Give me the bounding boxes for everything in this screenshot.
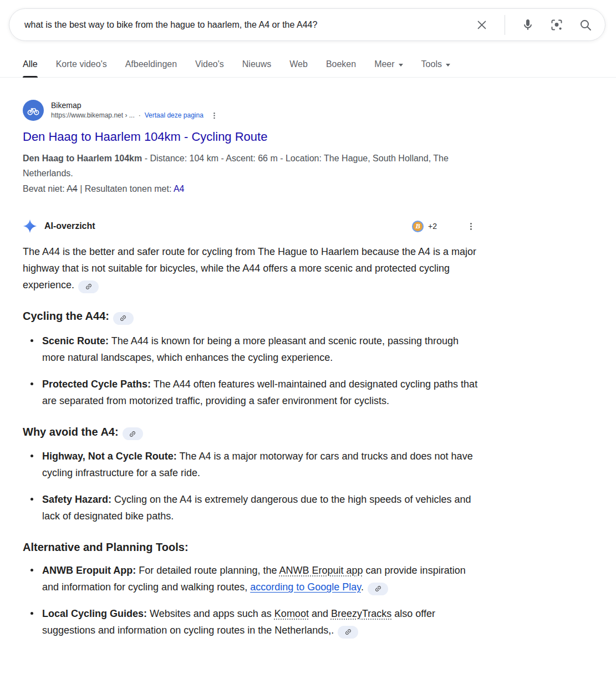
missing-term: A4: [67, 184, 78, 193]
tab-web[interactable]: Web: [289, 59, 308, 77]
snippet-bold-term: Den Haag to Haarlem 104km: [23, 154, 142, 163]
search-input[interactable]: what is the best way to bike from the ha…: [9, 8, 605, 41]
lens-camera-icon[interactable]: [549, 18, 564, 32]
tab-tools[interactable]: Tools: [421, 59, 450, 77]
bullet-lead: Highway, Not a Cycle Route:: [42, 451, 177, 462]
tab-videos[interactable]: Video's: [195, 59, 224, 77]
list-item: Safety Hazard: Cycling on the A4 is extr…: [23, 491, 478, 524]
section-heading: Cycling the A44:: [23, 309, 478, 325]
bullet-lead: Protected Cycle Paths:: [42, 379, 151, 390]
search-divider: [505, 15, 505, 35]
result-header: Bikemap https://www.bikemap.net › ... · …: [23, 100, 478, 121]
tab-label: Web: [289, 59, 308, 69]
search-tabs: Alle Korte video's Afbeeldingen Video's …: [0, 59, 616, 78]
term-breezytracks[interactable]: BreezyTracks: [331, 608, 391, 619]
result-url[interactable]: https://www.bikemap.net › ...: [51, 111, 135, 120]
bullet-text: and: [309, 608, 331, 619]
ai-overview-menu-icon[interactable]: [464, 219, 478, 233]
ai-section-cycling-a44: Cycling the A44: Scenic Route: The A44 i…: [23, 309, 478, 409]
show-results-with-link[interactable]: A4: [174, 184, 185, 193]
search-bar-icons: [475, 15, 593, 35]
bullet-list: ANWB Eropuit App: For detailed route pla…: [23, 562, 478, 639]
url-separator: ·: [139, 111, 141, 120]
tab-label: Video's: [195, 59, 224, 69]
tab-meer[interactable]: Meer: [374, 59, 403, 77]
list-item: ANWB Eropuit App: For detailed route pla…: [23, 562, 478, 595]
result-snippet: Den Haag to Haarlem 104km - Distance: 10…: [23, 151, 473, 181]
citation-chip-link-icon[interactable]: [368, 583, 388, 595]
source-favicon-badge[interactable]: B: [412, 221, 424, 232]
result-site-block: Bikemap https://www.bikemap.net › ... · …: [51, 100, 220, 121]
missing-label: Bevat niet:: [23, 184, 67, 193]
bullet-lead: Local Cycling Guides:: [42, 608, 147, 619]
citation-chip-link-icon[interactable]: [338, 626, 358, 639]
list-item: Scenic Route: The A44 is known for being…: [23, 333, 478, 366]
ai-overview-title: AI-overzicht: [44, 221, 95, 231]
tab-label: Tools: [421, 59, 442, 69]
citation-chip-link-icon[interactable]: [123, 427, 143, 440]
ai-section-alternative-tools: Alternative and Planning Tools: ANWB Ero…: [23, 540, 478, 639]
term-komoot[interactable]: Komoot: [274, 608, 309, 619]
section-heading-text: Why avoid the A4:: [23, 426, 119, 438]
chevron-down-icon: [446, 64, 450, 67]
voice-search-icon[interactable]: [521, 18, 535, 32]
pipe-separator: |: [78, 184, 85, 193]
citation-chip-link-icon[interactable]: [113, 312, 134, 325]
bullet-lead: Safety Hazard:: [42, 494, 111, 505]
tab-label: Afbeeldingen: [125, 59, 177, 69]
citation-chip-link-icon[interactable]: [78, 280, 99, 293]
bullet-lead: ANWB Eropuit App:: [42, 565, 136, 576]
results-column: Bikemap https://www.bikemap.net › ... · …: [23, 100, 478, 639]
bullet-text: Websites and apps such as: [147, 608, 274, 619]
search-query-text[interactable]: what is the best way to bike from the ha…: [24, 20, 475, 30]
ai-overview-intro: The A44 is the better and safer route fo…: [23, 243, 478, 293]
result-site-name[interactable]: Bikemap: [51, 100, 220, 111]
bullet-list: Highway, Not a Cycle Route: The A4 is a …: [23, 448, 478, 524]
show-results-label: Resultaten tonen met:: [85, 184, 174, 193]
ai-sources-button[interactable]: B +2: [412, 221, 437, 232]
list-item: Local Cycling Guides: Websites and apps …: [23, 605, 478, 639]
tab-alle[interactable]: Alle: [23, 59, 38, 77]
section-heading-text: Alternative and Planning Tools:: [23, 541, 189, 553]
search-result: Bikemap https://www.bikemap.net › ... · …: [23, 100, 478, 196]
bullet-list: Scenic Route: The A44 is known for being…: [23, 333, 478, 409]
ai-section-why-avoid-a4: Why avoid the A4: Highway, Not a Cycle R…: [23, 425, 478, 525]
gemini-sparkle-icon: [23, 219, 37, 233]
bullet-text: For detailed route planning, the: [136, 565, 279, 576]
tab-afbeeldingen[interactable]: Afbeeldingen: [125, 59, 177, 77]
translate-page-link[interactable]: Vertaal deze pagina: [145, 111, 203, 120]
tab-nieuws[interactable]: Nieuws: [242, 59, 271, 77]
tab-label: Nieuws: [242, 59, 271, 69]
list-item: Highway, Not a Cycle Route: The A4 is a …: [23, 448, 478, 481]
bikemap-favicon: [23, 100, 44, 121]
google-play-link[interactable]: according to Google Play: [250, 581, 361, 593]
result-missing-line: Bevat niet: A4 | Resultaten tonen met: A…: [23, 182, 478, 196]
tab-boeken[interactable]: Boeken: [326, 59, 356, 77]
tab-korte-videos[interactable]: Korte video's: [56, 59, 107, 77]
tab-label: Boeken: [326, 59, 356, 69]
section-heading: Why avoid the A4:: [23, 425, 478, 441]
clear-search-icon[interactable]: [475, 18, 489, 32]
list-item: Protected Cycle Paths: The A44 often fea…: [23, 376, 478, 409]
tab-label: Meer: [374, 59, 394, 69]
bullet-lead: Scenic Route:: [42, 335, 109, 346]
section-heading: Alternative and Planning Tools:: [23, 540, 478, 554]
result-title-link[interactable]: Den Haag to Haarlem 104km - Cycling Rout…: [23, 129, 478, 145]
search-submit-icon[interactable]: [578, 18, 593, 32]
section-heading-text: Cycling the A44:: [23, 310, 109, 322]
ai-overview-header: AI-overzicht B +2: [23, 219, 478, 233]
tab-label: Alle: [23, 59, 38, 69]
tab-label: Korte video's: [56, 59, 107, 69]
chevron-down-icon: [399, 64, 403, 67]
source-extra-count: +2: [428, 222, 437, 231]
result-menu-icon[interactable]: [210, 111, 220, 121]
term-anwb-eropuit-app[interactable]: ANWB Eropuit app: [279, 565, 363, 576]
bullet-text: .: [361, 581, 364, 593]
